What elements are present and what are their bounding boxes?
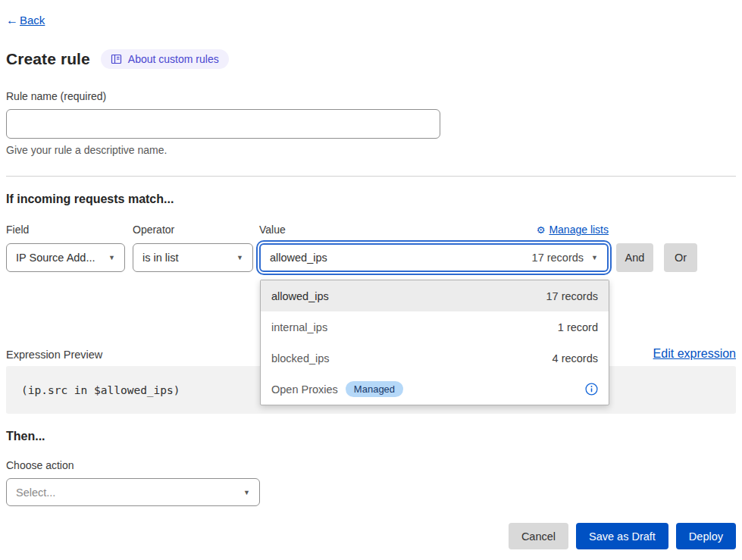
list-option-records: 1 record	[558, 321, 598, 333]
list-option-name: allowed_ips	[271, 290, 329, 302]
list-option-records: 4 records	[553, 352, 598, 364]
rule-name-block: Rule name (required) Give your rule a de…	[6, 89, 736, 156]
rule-name-label: Rule name (required)	[6, 90, 106, 102]
about-custom-rules-badge[interactable]: About custom rules	[101, 49, 229, 69]
deploy-button[interactable]: Deploy	[676, 523, 736, 549]
back-row: ←Back	[6, 14, 736, 27]
match-heading: If incoming requests match...	[6, 192, 736, 206]
about-badge-label: About custom rules	[128, 53, 219, 65]
rule-name-help: Give your rule a descriptive name.	[6, 144, 736, 156]
list-option-name: internal_ips	[271, 321, 327, 333]
lists-dropdown: allowed_ips 17 records internal_ips 1 re…	[260, 280, 609, 405]
manage-lists-label: Manage lists	[549, 224, 609, 236]
operator-label: Operator	[133, 224, 253, 236]
chevron-down-icon: ▼	[236, 254, 243, 261]
cancel-button[interactable]: Cancel	[509, 523, 568, 549]
create-rule-page: ←Back Create rule About custom rules Rul…	[0, 0, 742, 560]
back-arrow-icon: ←	[6, 14, 18, 27]
rule-name-input[interactable]	[6, 109, 440, 139]
expression-preview-label: Expression Preview	[6, 349, 102, 361]
gear-icon: ⚙	[537, 224, 546, 236]
condition-row: IP Source Add... ▼ is in list ▼ allowed_…	[6, 243, 736, 272]
chevron-down-icon: ▼	[243, 489, 250, 496]
edit-expression-label: Edit expression	[653, 347, 736, 360]
list-option-name: blocked_ips	[271, 352, 330, 364]
field-select[interactable]: IP Source Add... ▼	[6, 243, 125, 272]
condition-labels-row: Field Operator Value ⚙Manage lists	[6, 224, 736, 236]
and-button[interactable]: And	[616, 243, 653, 272]
value-select-value: allowed_ips	[270, 252, 327, 264]
list-option-allowed-ips[interactable]: allowed_ips 17 records	[261, 280, 609, 311]
field-label: Field	[6, 224, 125, 236]
book-icon	[111, 54, 122, 64]
operator-select-value: is in list	[142, 252, 179, 264]
list-option-name: Open Proxies	[271, 383, 338, 396]
action-select-placeholder: Select...	[16, 486, 55, 499]
back-link-label: Back	[20, 14, 45, 27]
value-label: Value	[259, 224, 286, 236]
chevron-down-icon: ▼	[591, 254, 598, 261]
page-title: Create rule	[6, 50, 90, 68]
info-icon[interactable]	[585, 383, 598, 396]
list-option-open-proxies[interactable]: Open Proxies Managed	[261, 374, 609, 405]
value-select-records: 17 records	[532, 252, 584, 264]
footer-actions: Cancel Save as Draft Deploy	[6, 523, 736, 549]
value-select[interactable]: allowed_ips 17 records ▼	[259, 243, 609, 272]
managed-badge: Managed	[346, 381, 403, 397]
operator-select[interactable]: is in list ▼	[133, 243, 253, 272]
list-option-internal-ips[interactable]: internal_ips 1 record	[261, 311, 609, 343]
list-option-blocked-ips[interactable]: blocked_ips 4 records	[261, 343, 609, 374]
edit-expression-link[interactable]: Edit expression	[653, 347, 736, 361]
save-as-draft-button[interactable]: Save as Draft	[576, 523, 668, 549]
title-row: Create rule About custom rules	[6, 49, 736, 69]
section-divider	[6, 176, 736, 177]
expression-code: (ip.src in $allowed_ips)	[21, 384, 180, 396]
field-select-value: IP Source Add...	[16, 252, 95, 264]
list-option-records: 17 records	[546, 290, 598, 302]
manage-lists-link[interactable]: ⚙Manage lists	[537, 224, 609, 236]
action-select[interactable]: Select... ▼	[6, 478, 260, 506]
or-button[interactable]: Or	[664, 243, 697, 272]
then-heading: Then...	[6, 430, 736, 443]
back-link[interactable]: ←Back	[6, 14, 45, 27]
chevron-down-icon: ▼	[108, 254, 115, 261]
choose-action-label: Choose action	[6, 459, 736, 471]
